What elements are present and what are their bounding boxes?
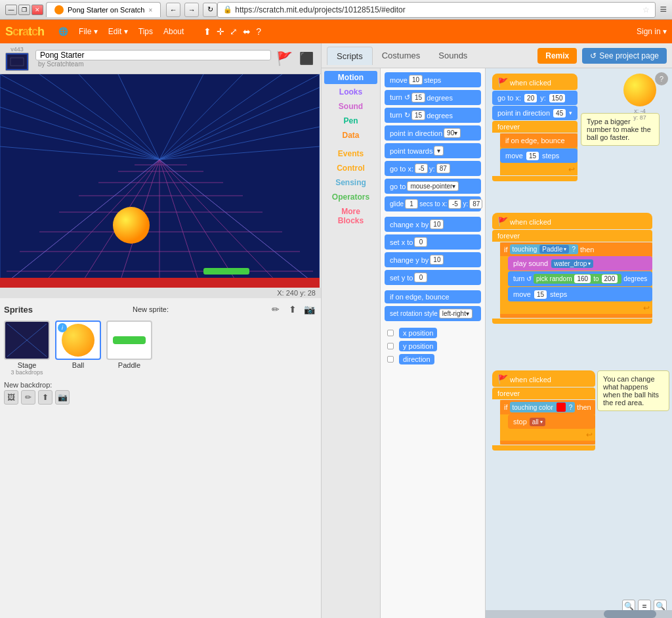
block-input-x1[interactable]: -5 [415,164,428,173]
category-events[interactable]: Events [324,147,377,160]
upload-backdrop-button[interactable]: ⬆ [38,390,52,405]
horizontal-scrollbar[interactable] [486,610,672,618]
see-project-button[interactable]: ↺ See project page [582,48,667,64]
block-if-on-edge[interactable]: if on edge, bounce [385,290,481,303]
block-x-position[interactable]: x position [399,328,437,338]
ws-stop-all[interactable]: stop all ▾ [508,414,595,429]
restore-button[interactable]: ❐ [18,5,30,15]
address-bar[interactable]: 🔒 https://scratch.mit.edu/projects/10128… [217,2,656,18]
nav-edit[interactable]: Edit ▾ [104,24,132,39]
signin-button[interactable]: Sign in ▾ [637,27,667,36]
sprite-info-icon[interactable]: i [58,323,67,332]
minimize-button[interactable]: — [5,5,17,15]
help-button[interactable]: ? [655,72,668,85]
tab-close-button[interactable]: × [148,7,152,14]
block-change-y[interactable]: change y by 10 [385,252,481,267]
category-motion[interactable]: Motion [324,71,377,84]
direction-checkbox[interactable] [387,356,394,363]
window-controls[interactable]: — ❐ ✕ [5,5,43,15]
block-input-deg1[interactable]: 15 [411,93,425,102]
block-input-deg2[interactable]: 15 [411,110,425,120]
category-pen[interactable]: Pen [324,114,377,127]
ws-move-15-2[interactable]: move 15 steps [508,287,652,301]
nav-tips[interactable]: Tips [135,24,157,39]
ws-point-direction-1[interactable]: point in direction 45 ▾ [492,106,578,120]
block-x-position-row[interactable]: x position [385,326,481,340]
block-input-y1[interactable]: 87 [436,164,450,173]
category-control[interactable]: Control [324,162,377,175]
paint-sprite-button[interactable]: ✏ [268,302,283,317]
block-y-position[interactable]: y position [399,341,437,351]
tab-sounds[interactable]: Sounds [429,47,476,64]
ws-goto-xy-1[interactable]: go to x: 20 y: 150 [492,91,578,105]
refresh-button[interactable]: ↻ [203,3,217,17]
direction-dropdown[interactable]: 90▾ [444,128,461,138]
block-goto-xy[interactable]: go to x: -5 y: 87 [385,161,481,176]
block-change-x[interactable]: change x by 10 [385,217,481,232]
scripts-workspace[interactable]: 🚩 when clicked go to x: 20 y: 150 point … [486,68,672,618]
sprite-item-ball[interactable]: i Ball [55,320,101,376]
move-icon[interactable]: ✛ [217,26,224,37]
browser-menu-button[interactable]: ≡ [660,3,667,16]
camera-backdrop-button[interactable]: 📷 [55,390,70,405]
category-moreblocks[interactable]: More Blocks [324,205,377,227]
goto-dropdown[interactable]: mouse-pointer▾ [407,181,459,191]
turbo-icon[interactable]: ⬌ [243,26,251,37]
ws-play-sound[interactable]: play sound water_drop ▾ [508,256,652,271]
nav-file[interactable]: File ▾ [75,24,102,39]
block-point-direction[interactable]: point in direction 90▾ [385,125,481,141]
back-button[interactable]: ← [166,3,180,17]
project-name-input[interactable] [35,50,271,60]
ws-turn-random[interactable]: turn ↺ pick random 160 to 200 degrees [508,271,652,286]
block-turn-ccw[interactable]: turn ↺ 15 degrees [385,90,481,105]
sprite-item-stage[interactable]: Stage 3 backdrops [4,320,50,376]
ws-forever-3[interactable]: forever [492,387,595,399]
block-move[interactable]: move 10 steps [385,72,481,87]
category-sensing[interactable]: Sensing [324,176,377,189]
y-position-checkbox[interactable] [387,343,394,349]
category-operators[interactable]: Operators [324,190,377,204]
block-turn-cw[interactable]: turn ↻ 15 degrees [385,108,481,123]
browser-tab[interactable]: Pong Starter on Scratch × [46,2,161,17]
category-looks[interactable]: Looks [324,85,377,99]
edit-backdrop-button[interactable]: 🖼 [4,390,18,405]
close-button[interactable]: ✕ [32,5,43,15]
sprite-item-paddle[interactable]: Paddle [106,320,152,376]
browser-controls[interactable]: ← → ↻ [166,3,217,17]
help-icon[interactable]: ? [256,26,261,37]
block-y-position-row[interactable]: y position [385,340,481,353]
category-sound[interactable]: Sound [324,100,377,113]
camera-sprite-button[interactable]: 📷 [303,302,317,317]
tab-costumes[interactable]: Costumes [373,47,430,64]
tab-scripts[interactable]: Scripts [327,47,373,65]
nav-globe-icon[interactable]: 🌐 [54,24,72,39]
go-button[interactable]: 🚩 [275,49,293,68]
ws-forever-2[interactable]: forever [492,230,652,242]
block-input-steps[interactable]: 10 [409,75,423,85]
fullscreen-icon[interactable]: ⤢ [230,26,238,37]
ws-move-15-1[interactable]: move 15 steps [500,148,578,163]
ws-forever-1[interactable]: forever [492,121,578,133]
stop-dropdown[interactable]: all ▾ [530,418,545,426]
remix-button[interactable]: Remix [537,48,577,64]
block-goto-mouse[interactable]: go to mouse-pointer▾ [385,179,481,194]
towards-dropdown[interactable]: ▾ [434,146,444,156]
block-set-y[interactable]: set y to 0 [385,270,481,285]
ws-when-clicked-1[interactable]: 🚩 when clicked [492,74,578,90]
color-swatch-red[interactable] [556,403,566,412]
ws-when-clicked-2[interactable]: 🚩 when clicked [492,213,652,229]
block-point-towards[interactable]: point towards ▾ [385,143,481,158]
ws-if-on-edge-1[interactable]: if on edge, bounce [500,133,578,148]
block-glide[interactable]: glide 1 secs to x: -5 y: 87 [385,196,481,211]
block-direction-row[interactable]: direction [385,353,481,366]
category-data[interactable]: Data [324,129,377,142]
block-set-x[interactable]: set x to 0 [385,234,481,250]
forward-button[interactable]: → [184,3,199,17]
nav-about[interactable]: About [159,24,188,39]
scrollbar-thumb[interactable] [604,610,656,618]
stop-button[interactable]: ⬛ [297,49,316,68]
block-set-rotation[interactable]: set rotation style left-right▾ [385,306,481,321]
ws-if-color-header[interactable]: if touching color ? then [500,400,595,414]
star-icon[interactable]: ☆ [642,5,650,14]
ws-if-touching-header[interactable]: if touching Paddle ▾ ? then [500,242,652,256]
